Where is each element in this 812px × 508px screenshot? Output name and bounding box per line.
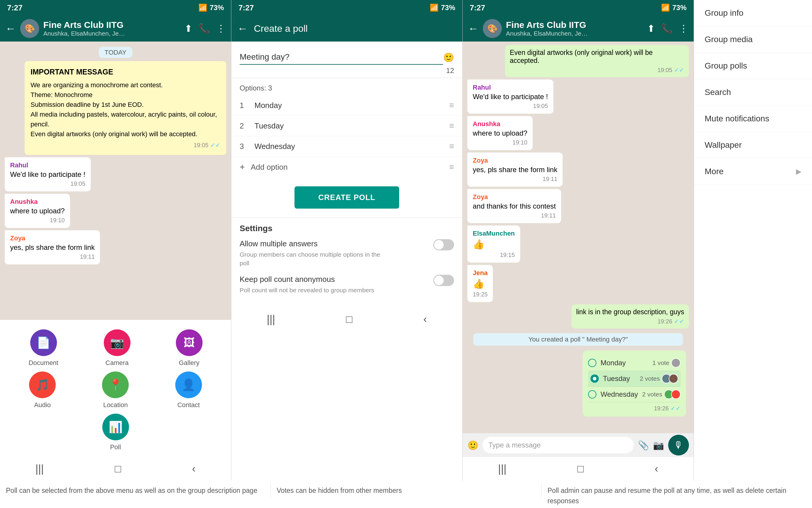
back-button-1[interactable]: ← — [5, 22, 16, 35]
attach-btn-3[interactable]: 📎 — [638, 440, 649, 451]
poll-option-wednesday[interactable]: Wednesday 2 votes — [588, 387, 681, 403]
back-button-3[interactable]: ← — [468, 22, 479, 35]
screen2: 7:27 📶 73% ← Create a poll 🙂 12 Options:… — [231, 0, 463, 481]
nav-back-2[interactable]: ‹ — [423, 313, 427, 326]
monday-votes: 1 vote — [652, 359, 669, 367]
status-bar-3: 7:27 📶 73% — [463, 0, 694, 15]
camera-btn-3[interactable]: 📷 — [653, 440, 664, 451]
attach-audio[interactable]: 🎵 Audio — [29, 372, 56, 409]
audio-icon-circle: 🎵 — [29, 372, 56, 398]
emoji-btn-3[interactable]: 🙂 — [467, 440, 478, 451]
create-poll-button[interactable]: CREATE POLL — [295, 186, 399, 209]
chat-header-3: ← 🎨 Fine Arts Club IITG Anushka, ElsaMun… — [463, 15, 694, 42]
add-option-btn[interactable]: + Add option ≡ — [231, 157, 462, 177]
menu-item-more[interactable]: More ▶ — [694, 159, 812, 185]
mic-btn-3[interactable]: 🎙 — [668, 435, 689, 456]
caption-2: Votes can be hidden from other members — [271, 484, 542, 498]
poll-question-area: 🙂 12 — [231, 42, 462, 78]
menu-item-group-polls[interactable]: Group polls — [694, 53, 812, 79]
more-icon-1[interactable]: ⋮ — [216, 23, 226, 34]
group-avatar-1: 🎨 — [20, 19, 39, 38]
call-icon[interactable]: 📞 — [198, 23, 210, 34]
radio-wednesday[interactable] — [588, 390, 596, 398]
attach-gallery[interactable]: 🖼 Gallery — [176, 329, 202, 367]
radio-tuesday[interactable] — [590, 375, 599, 383]
drag-handle-1[interactable]: ≡ — [449, 100, 454, 110]
header-info-1: Fine Arts Club IITG Anushka, ElsaMunchen… — [43, 20, 180, 37]
caption-1: Poll can be selected from the above menu… — [0, 484, 271, 498]
poll-option-1: 1 Monday ≡ — [231, 95, 462, 116]
group-avatar-3: 🎨 — [483, 19, 502, 38]
menu-item-search[interactable]: Search — [694, 79, 812, 105]
message-input-3[interactable]: Type a message — [483, 437, 634, 453]
contact-icon-circle: 👤 — [175, 372, 202, 398]
create-poll-title: Create a poll — [254, 23, 308, 34]
emoji-icon[interactable]: 🙂 — [443, 52, 454, 62]
input-bar-3: 🙂 Type a message 📎 📷 🎙 — [463, 433, 694, 457]
battery-2: 73% — [441, 4, 455, 12]
date-divider-1: TODAY — [5, 49, 226, 56]
poll-result-card[interactable]: Monday 1 vote Tuesday 2 votes — [583, 350, 686, 417]
bubble-jena: Jena 👍 19:25 — [467, 265, 493, 302]
sender-elsa: ElsaMunchen — [473, 230, 515, 238]
wednesday-votes: 2 votes — [642, 391, 662, 398]
drag-handle-3[interactable]: ≡ — [449, 141, 454, 151]
gallery-icon-circle: 🖼 — [176, 329, 202, 356]
drag-handle-2[interactable]: ≡ — [449, 121, 454, 131]
more-icon-3[interactable]: ⋮ — [679, 23, 688, 34]
option-num-3: 3 — [240, 142, 249, 151]
nav-back-3[interactable]: ‹ — [655, 463, 658, 475]
attach-contact-label: Contact — [177, 401, 200, 409]
create-poll-header: ← Create a poll — [231, 15, 462, 42]
radio-monday[interactable] — [588, 359, 596, 367]
menu-item-wallpaper[interactable]: Wallpaper — [694, 132, 812, 159]
toggle-anonymous[interactable] — [433, 275, 454, 286]
upload-icon[interactable]: ⬆ — [184, 23, 192, 34]
sender-zoya-3b: Zoya — [473, 193, 556, 201]
back-btn-poll[interactable]: ← — [237, 22, 248, 35]
nav-home-3[interactable]: □ — [577, 463, 584, 475]
nav-menu-3[interactable]: ||| — [498, 463, 506, 475]
poll-icon-circle: 📊 — [102, 414, 129, 440]
poll-option-monday[interactable]: Monday 1 vote — [588, 355, 681, 371]
poll-question-input[interactable] — [240, 50, 443, 65]
poll-question-row: 🙂 — [240, 50, 454, 65]
screen3: 7:27 📶 73% ← 🎨 Fine Arts Club IITG Anush… — [463, 0, 694, 481]
group-title-1: Fine Arts Club IITG — [43, 20, 180, 30]
nav-menu-1[interactable]: ||| — [36, 463, 44, 475]
tuesday-label: Tuesday — [603, 375, 636, 383]
settings-multiple-label: Allow multiple answers — [240, 239, 382, 248]
bubble-rahul-3: Rahul We'd like to participate ! 19:05 — [467, 80, 553, 114]
attach-doc-label: Document — [29, 359, 58, 367]
bubble-elsa: ElsaMunchen 👍 19:15 — [467, 225, 520, 263]
upload-icon-3[interactable]: ⬆ — [647, 23, 655, 34]
wednesday-label: Wednesday — [600, 390, 638, 398]
nav-back-1[interactable]: ‹ — [192, 463, 195, 475]
camera-icon-circle: 📷 — [104, 329, 131, 356]
status-time-1: 7:27 — [7, 3, 22, 12]
nav-home-2[interactable]: □ — [346, 313, 353, 326]
nav-home-1[interactable]: □ — [115, 463, 121, 475]
settings-multiple-desc: Group members can choose multiple option… — [240, 250, 382, 268]
dropdown-menu-panel: Group info Group media Group polls Searc… — [694, 0, 812, 481]
voter-avatar-3 — [669, 374, 678, 383]
menu-item-mute[interactable]: Mute notifications — [694, 105, 812, 132]
call-icon-3[interactable]: 📞 — [661, 23, 673, 34]
menu-item-group-info[interactable]: Group info — [694, 0, 812, 27]
option-text-2: Tuesday — [255, 121, 443, 131]
attach-poll[interactable]: 📊 Poll — [102, 414, 129, 451]
attach-document[interactable]: 📄 Document — [29, 329, 58, 367]
nav-bar-2: ||| □ ‹ — [231, 307, 462, 331]
attach-contact[interactable]: 👤 Contact — [175, 372, 202, 409]
settings-multiple-answers: Allow multiple answers Group members can… — [240, 239, 454, 268]
nav-menu-2[interactable]: ||| — [267, 313, 275, 326]
attach-location[interactable]: 📍 Location — [102, 372, 129, 409]
attach-audio-label: Audio — [34, 401, 51, 409]
group-subtitle-3: Anushka, ElsaMunchen, Jena, Rahul,... — [506, 30, 589, 37]
menu-item-group-media[interactable]: Group media — [694, 27, 812, 53]
attach-camera[interactable]: 📷 Camera — [104, 329, 131, 367]
toggle-multiple-answers[interactable] — [433, 239, 454, 250]
wednesday-avatars — [666, 390, 681, 399]
caption-3: Poll admin can pause and resume the poll… — [542, 484, 812, 508]
poll-option-tuesday[interactable]: Tuesday 2 votes — [588, 371, 681, 387]
